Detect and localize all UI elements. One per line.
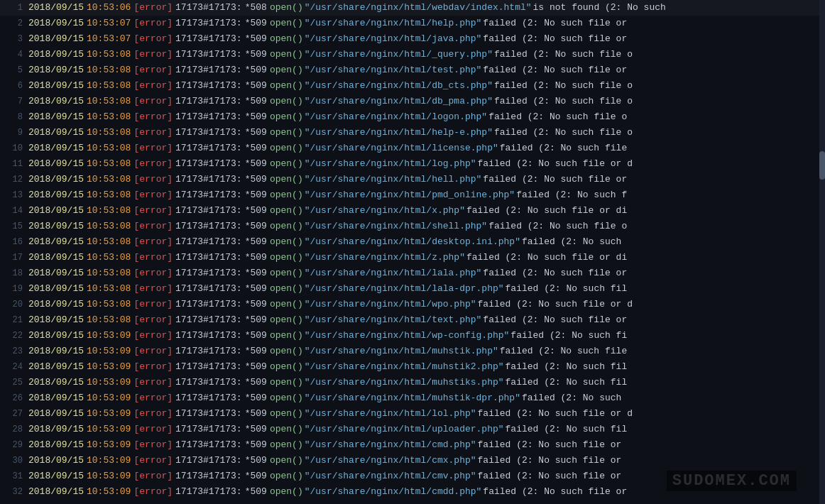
log-date: 2018/09/15 bbox=[28, 0, 84, 16]
line-number: 29 bbox=[3, 437, 23, 453]
log-func: open() bbox=[270, 156, 303, 172]
log-path: "/usr/share/nginx/html/x.php" bbox=[305, 203, 465, 219]
log-pid: 17173#17173: bbox=[175, 125, 242, 141]
log-code: *509 bbox=[245, 265, 267, 281]
log-pid: 17173#17173: bbox=[175, 469, 242, 484]
log-func: open() bbox=[270, 469, 303, 484]
log-message: is not found (2: No such bbox=[533, 0, 666, 16]
log-date: 2018/09/15 bbox=[28, 281, 84, 297]
log-level: [error] bbox=[133, 219, 173, 234]
log-pid: 17173#17173: bbox=[175, 344, 242, 359]
log-code: *509 bbox=[245, 109, 267, 125]
log-date: 2018/09/15 bbox=[28, 469, 84, 484]
line-number: 26 bbox=[3, 390, 23, 406]
log-message: failed (2: No such file or bbox=[483, 172, 627, 187]
log-time: 10:53:07 bbox=[87, 16, 131, 31]
log-code: *509 bbox=[245, 469, 267, 484]
log-line: 102018/09/15 10:53:08 [error] 17173#1717… bbox=[0, 141, 825, 156]
line-number: 12 bbox=[3, 172, 23, 187]
log-func: open() bbox=[270, 390, 303, 406]
log-level: [error] bbox=[133, 16, 173, 31]
log-func: open() bbox=[270, 219, 303, 234]
log-message: failed (2: No such f bbox=[516, 187, 627, 203]
scrollbar-thumb[interactable] bbox=[819, 151, 825, 180]
log-line: 92018/09/15 10:53:08 [error] 17173#17173… bbox=[0, 125, 825, 141]
log-line: 292018/09/15 10:53:09 [error] 17173#1717… bbox=[0, 437, 825, 453]
log-date: 2018/09/15 bbox=[28, 437, 84, 453]
log-code: *509 bbox=[245, 484, 267, 500]
log-pid: 17173#17173: bbox=[175, 281, 242, 297]
log-code: *509 bbox=[245, 187, 267, 203]
line-number: 24 bbox=[3, 359, 23, 375]
log-path: "/usr/share/nginx/html/desktop.ini.php" bbox=[305, 234, 520, 250]
log-time: 10:53:09 bbox=[87, 328, 131, 344]
log-path: "/usr/share/nginx/html/test.php" bbox=[305, 62, 482, 78]
log-level: [error] bbox=[133, 484, 173, 500]
log-line: 262018/09/15 10:53:09 [error] 17173#1717… bbox=[0, 390, 825, 406]
log-code: *509 bbox=[245, 62, 267, 78]
log-time: 10:53:09 bbox=[87, 484, 131, 500]
line-number: 6 bbox=[3, 78, 23, 94]
log-level: [error] bbox=[133, 234, 173, 250]
log-message: failed (2: No such file o bbox=[494, 47, 633, 62]
log-path: "/usr/share/nginx/html/z.php" bbox=[305, 250, 465, 265]
line-number: 30 bbox=[3, 453, 23, 469]
log-code: *509 bbox=[245, 312, 267, 328]
log-level: [error] bbox=[133, 203, 173, 219]
line-number: 8 bbox=[3, 109, 23, 125]
log-date: 2018/09/15 bbox=[28, 141, 84, 156]
log-time: 10:53:08 bbox=[87, 94, 131, 109]
log-func: open() bbox=[270, 312, 303, 328]
log-date: 2018/09/15 bbox=[28, 109, 84, 125]
log-line: 62018/09/15 10:53:08 [error] 17173#17173… bbox=[0, 78, 825, 94]
log-path: "/usr/share/nginx/html/cmv.php" bbox=[305, 469, 476, 484]
log-message: failed (2: No such file or bbox=[478, 469, 622, 484]
scrollbar[interactable] bbox=[819, 0, 825, 504]
log-line: 252018/09/15 10:53:09 [error] 17173#1717… bbox=[0, 375, 825, 390]
log-message: failed (2: No such bbox=[522, 390, 621, 406]
log-func: open() bbox=[270, 453, 303, 469]
log-code: *509 bbox=[245, 344, 267, 359]
log-message: failed (2: No such file or bbox=[483, 31, 627, 47]
log-message: failed (2: No such file or bbox=[483, 484, 627, 500]
log-path: "/usr/share/nginx/html/webdav/index.html… bbox=[305, 0, 532, 16]
log-func: open() bbox=[270, 484, 303, 500]
log-message: failed (2: No such fil bbox=[506, 375, 628, 390]
log-message: failed (2: No such fil bbox=[506, 359, 628, 375]
log-date: 2018/09/15 bbox=[28, 453, 84, 469]
log-date: 2018/09/15 bbox=[28, 422, 84, 437]
log-code: *509 bbox=[245, 406, 267, 422]
log-code: *509 bbox=[245, 125, 267, 141]
log-pid: 17173#17173: bbox=[175, 78, 242, 94]
log-time: 10:53:09 bbox=[87, 469, 131, 484]
log-pid: 17173#17173: bbox=[175, 172, 242, 187]
log-date: 2018/09/15 bbox=[28, 125, 84, 141]
watermark: SUDOMEX.COM bbox=[667, 471, 797, 491]
log-pid: 17173#17173: bbox=[175, 16, 242, 31]
log-func: open() bbox=[270, 172, 303, 187]
log-date: 2018/09/15 bbox=[28, 219, 84, 234]
log-code: *509 bbox=[245, 234, 267, 250]
log-path: "/usr/share/nginx/html/java.php" bbox=[305, 31, 482, 47]
log-func: open() bbox=[270, 297, 303, 312]
log-level: [error] bbox=[133, 406, 173, 422]
log-time: 10:53:09 bbox=[87, 406, 131, 422]
log-message: failed (2: No such file or d bbox=[478, 297, 633, 312]
log-path: "/usr/share/nginx/html/cmx.php" bbox=[305, 453, 476, 469]
line-number: 27 bbox=[3, 406, 23, 422]
log-func: open() bbox=[270, 328, 303, 344]
line-number: 21 bbox=[3, 312, 23, 328]
log-func: open() bbox=[270, 94, 303, 109]
log-pid: 17173#17173: bbox=[175, 187, 242, 203]
log-code: *509 bbox=[245, 328, 267, 344]
log-message: failed (2: No such file bbox=[500, 344, 627, 359]
log-message: failed (2: No such fil bbox=[506, 281, 628, 297]
log-date: 2018/09/15 bbox=[28, 187, 84, 203]
log-pid: 17173#17173: bbox=[175, 31, 242, 47]
log-date: 2018/09/15 bbox=[28, 265, 84, 281]
log-message: failed (2: No such file or d bbox=[478, 406, 633, 422]
log-path: "/usr/share/nginx/html/cmdd.php" bbox=[305, 484, 482, 500]
log-time: 10:53:08 bbox=[87, 281, 131, 297]
log-func: open() bbox=[270, 203, 303, 219]
log-pid: 17173#17173: bbox=[175, 203, 242, 219]
